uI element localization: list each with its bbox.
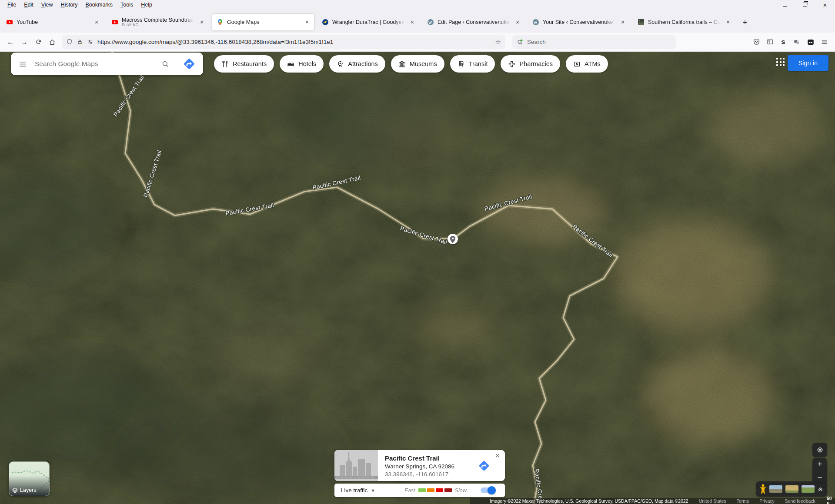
bookmark-star-icon[interactable]: ☆ [495, 38, 501, 46]
extension-molecule-icon[interactable] [793, 38, 801, 46]
sidebar-icon[interactable] [766, 38, 774, 46]
chip-transit[interactable]: Transit [450, 55, 495, 73]
maps-search-box[interactable]: Search Google Maps [11, 53, 203, 75]
menu-view[interactable]: View [37, 1, 57, 9]
zoom-in-button[interactable]: + [812, 460, 827, 468]
imagery-bar [756, 481, 827, 497]
maps-search-placeholder[interactable]: Search Google Maps [35, 60, 156, 68]
menu-file[interactable]: File [3, 1, 20, 9]
chip-attractions[interactable]: Attractions [329, 55, 385, 73]
imagery-thumbnail[interactable] [785, 485, 798, 493]
reload-icon [35, 39, 42, 45]
chip-label: Hotels [298, 60, 316, 67]
tab-close-icon[interactable]: × [197, 18, 206, 27]
map-scale: 50 ft [827, 496, 835, 504]
card-close-icon[interactable]: ✕ [494, 452, 501, 460]
hotels-icon [287, 60, 294, 68]
window-controls: × [775, 0, 835, 10]
pocket-icon[interactable] [753, 38, 760, 46]
pegman-icon[interactable] [760, 484, 766, 494]
chip-label: Pharmacies [519, 60, 553, 67]
sign-in-button[interactable]: Sign in [788, 55, 828, 71]
my-location-button[interactable] [812, 443, 827, 457]
tab-close-icon[interactable]: × [618, 18, 627, 27]
privacy-link[interactable]: Privacy [759, 498, 774, 504]
tab-close-icon[interactable]: × [92, 18, 101, 27]
menu-history[interactable]: History [57, 1, 82, 9]
tab-wp-edit-page[interactable]: Edit Page ‹ Conservativenuke's W × [423, 14, 524, 30]
search-icon[interactable] [156, 60, 175, 68]
extension-dark-icon[interactable] [807, 38, 815, 46]
imagery-thumbnail[interactable] [802, 485, 815, 493]
home-button[interactable] [45, 35, 59, 49]
place-info-card[interactable]: Pacific Crest Trail Warner Springs, CA 9… [334, 450, 505, 481]
attractions-icon [337, 60, 344, 68]
tab-close-icon[interactable]: × [513, 18, 522, 27]
tab-google-maps[interactable]: Google Maps × [212, 14, 314, 30]
category-chips: Restaurants Hotels Attractions Museums T… [214, 55, 608, 73]
menu-edit[interactable]: Edit [20, 1, 37, 9]
tab-socal-trails[interactable]: Southern California trails – Cons × [633, 14, 735, 30]
tab-wp-your-site[interactable]: Your Site ‹ Conservativenuke's W × [528, 14, 630, 30]
collapse-chevrons-icon[interactable] [818, 486, 823, 492]
google-maps-icon [217, 19, 224, 26]
shield-icon[interactable] [66, 39, 73, 45]
browser-search-field[interactable]: Search [512, 35, 676, 49]
google-apps-icon[interactable] [776, 58, 785, 66]
chip-hotels[interactable]: Hotels [280, 55, 324, 73]
menu-bookmarks[interactable]: Bookmarks [82, 1, 117, 9]
tab-media-status[interactable]: PLAYING [122, 23, 194, 27]
traffic-layer-dropdown[interactable]: Live traffic ▼ [334, 487, 401, 494]
tab-close-icon[interactable]: × [408, 18, 417, 27]
chip-label: ATMs [584, 60, 601, 67]
atms-icon [573, 60, 581, 68]
minimize-button[interactable] [775, 0, 795, 10]
url-text[interactable]: https://www.google.com/maps/@33.3961346,… [97, 39, 491, 45]
send-feedback-link[interactable]: Send feedback [785, 498, 815, 504]
chip-label: Restaurants [233, 60, 267, 67]
toggle-knob [488, 486, 496, 494]
tab-title: Wrangler DuraTrac | Goodyear Ti [332, 19, 404, 25]
menu-tools[interactable]: Tools [117, 1, 137, 9]
layers-label: Layers [20, 487, 37, 493]
extension-s-icon[interactable] [780, 39, 787, 46]
tab-close-icon[interactable]: × [724, 18, 732, 27]
back-button[interactable]: ← [3, 35, 17, 49]
tab-goodyear[interactable]: Wrangler DuraTrac | Goodyear Ti × [317, 14, 419, 30]
forward-button[interactable]: → [17, 35, 31, 49]
restore-button[interactable] [795, 0, 815, 10]
new-tab-button[interactable]: + [738, 16, 752, 29]
zoom-out-button[interactable]: − [812, 473, 827, 482]
url-bar[interactable]: https://www.google.com/maps/@33.3961346,… [62, 35, 505, 49]
tab-macross-soundtrack[interactable]: Macross Complete Soundtrack ( PLAYING × [107, 14, 209, 30]
traffic-toggle[interactable] [481, 487, 494, 493]
directions-icon [183, 57, 196, 70]
app-menu-icon[interactable] [821, 38, 828, 46]
chip-restaurants[interactable]: Restaurants [214, 55, 274, 73]
minimize-icon [783, 6, 787, 7]
card-directions-button[interactable] [478, 460, 490, 472]
chip-atms[interactable]: ATMs [566, 55, 608, 73]
chip-pharmacies[interactable]: Pharmacies [501, 55, 560, 73]
tab-title: Macross Complete Soundtrack ( [122, 17, 194, 23]
layers-button[interactable]: Layers [9, 461, 50, 496]
imagery-credit: Imagery ©2022 Maxar Technologies, U.S. G… [490, 498, 688, 504]
map-canvas[interactable]: Pacific Crest Trail Pacific Crest Trail … [0, 50, 835, 504]
zoom-control: + − [812, 458, 827, 484]
hamburger-menu-icon[interactable] [11, 60, 34, 68]
place-photo-placeholder [334, 450, 378, 481]
close-button[interactable]: × [815, 0, 835, 10]
reload-button[interactable] [31, 35, 45, 49]
directions-button[interactable] [175, 57, 203, 70]
chip-museums[interactable]: Museums [391, 55, 444, 73]
tab-youtube[interactable]: YouTube × [2, 14, 104, 30]
permissions-icon[interactable] [87, 39, 94, 45]
menu-help[interactable]: Help [137, 1, 156, 9]
my-location-icon [816, 446, 824, 454]
terms-link[interactable]: Terms [737, 498, 749, 504]
tab-title: Southern California trails – Cons [648, 19, 720, 25]
imagery-thumbnail[interactable] [769, 485, 782, 493]
satellite-imagery[interactable]: Pacific Crest Trail Pacific Crest Trail … [0, 50, 835, 504]
tab-close-icon[interactable]: × [303, 18, 311, 27]
lock-warning-icon[interactable] [77, 39, 83, 45]
